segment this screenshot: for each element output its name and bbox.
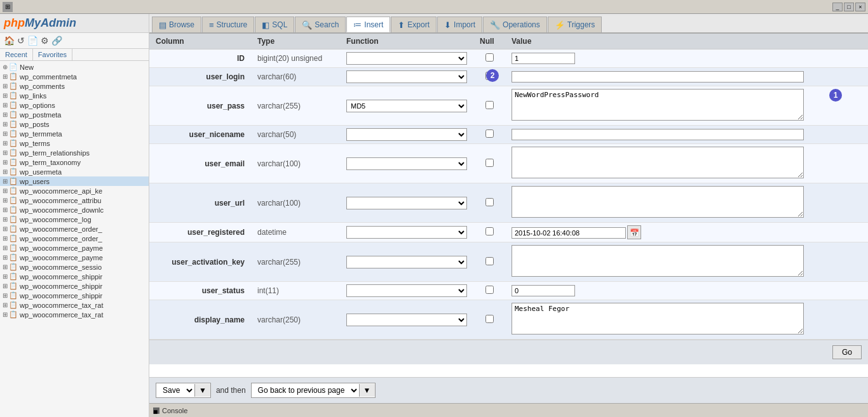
calendar-icon[interactable]: 📅 bbox=[627, 225, 641, 239]
maximize-button[interactable]: □ bbox=[844, 3, 854, 11]
sidebar-tree-item[interactable]: ⊞📋wp_woocommerce_tax_rat bbox=[0, 310, 149, 319]
sidebar-tree-item[interactable]: ⊞📋wp_term_taxonomy bbox=[0, 157, 149, 167]
cell-null[interactable] bbox=[473, 242, 505, 282]
value-textarea[interactable]: Mesheal Fegor bbox=[512, 303, 804, 334]
tree-toggle[interactable]: ⊞ bbox=[3, 121, 8, 128]
tab-sql[interactable]: ◧SQL bbox=[255, 17, 294, 32]
cell-function[interactable]: AES_DECRYPTAES_ENCRYPTBINBIT_LENGTHCHARC… bbox=[340, 183, 473, 223]
function-select[interactable]: AES_DECRYPTAES_ENCRYPTBINBIT_LENGTHCHARC… bbox=[346, 284, 467, 297]
close-button[interactable]: × bbox=[855, 3, 865, 11]
value-input[interactable] bbox=[512, 285, 575, 296]
sidebar-tree-item[interactable]: ⊞📋wp_woocommerce_attribu bbox=[0, 195, 149, 205]
tree-toggle[interactable]: ⊞ bbox=[3, 301, 8, 308]
tree-toggle[interactable]: ⊞ bbox=[3, 83, 8, 89]
sidebar-tree-item[interactable]: ⊞📋wp_links bbox=[0, 91, 149, 100]
sidebar-tree-item[interactable]: ⊞📋wp_posts bbox=[0, 119, 149, 129]
tree-toggle[interactable]: ⊞ bbox=[3, 206, 8, 213]
sidebar-tree-item[interactable]: ⊞📋wp_termmeta bbox=[0, 129, 149, 138]
tree-toggle[interactable]: ⊞ bbox=[3, 102, 8, 109]
function-select[interactable]: AES_DECRYPTAES_ENCRYPTBINBIT_LENGTHCHARC… bbox=[346, 226, 467, 239]
window-controls[interactable]: _ □ × bbox=[832, 3, 865, 11]
tree-toggle[interactable]: ⊞ bbox=[3, 140, 8, 147]
tree-toggle[interactable]: ⊞ bbox=[3, 273, 8, 280]
cell-value[interactable]: 📅 bbox=[505, 223, 868, 242]
cell-value[interactable] bbox=[505, 144, 868, 183]
sidebar-tree-item[interactable]: ⊞📋wp_comments bbox=[0, 81, 149, 91]
cell-null[interactable] bbox=[473, 183, 505, 223]
cell-value[interactable] bbox=[505, 242, 868, 282]
save-select-wrapper[interactable]: Save ▼ bbox=[156, 383, 211, 398]
sidebar-tree-item[interactable]: ⊞📋wp_postmeta bbox=[0, 110, 149, 119]
tab-export[interactable]: ⬆Export bbox=[391, 17, 437, 32]
null-checkbox[interactable] bbox=[485, 53, 494, 62]
null-checkbox[interactable] bbox=[485, 198, 494, 206]
null-checkbox[interactable] bbox=[485, 129, 494, 138]
home-icon[interactable]: 🏠 bbox=[4, 36, 15, 46]
value-input[interactable] bbox=[512, 53, 575, 64]
sidebar-tree-item[interactable]: ⊞📋wp_woocommerce_shippir bbox=[0, 281, 149, 291]
save-select[interactable]: Save bbox=[156, 383, 194, 397]
settings-icon[interactable]: ⚙ bbox=[41, 36, 49, 46]
sidebar-tree-item[interactable]: ⊞📋wp_woocommerce_api_ke bbox=[0, 186, 149, 195]
tree-toggle[interactable]: ⊞ bbox=[3, 292, 8, 299]
value-textarea[interactable] bbox=[512, 186, 804, 218]
cell-function[interactable]: AES_DECRYPTAES_ENCRYPTBINBIT_LENGTHCHARC… bbox=[340, 50, 473, 68]
function-select[interactable]: AES_DECRYPTAES_ENCRYPTBINBIT_LENGTHCHARC… bbox=[346, 256, 467, 268]
sidebar-tree-item[interactable]: ⊕📄New bbox=[0, 62, 149, 72]
save-dropdown-btn[interactable]: ▼ bbox=[194, 384, 210, 397]
go-back-select[interactable]: Go back to previous page bbox=[252, 383, 359, 397]
cell-null[interactable] bbox=[473, 144, 505, 183]
sidebar-tree-item[interactable]: ⊞📋wp_term_relationships bbox=[0, 148, 149, 157]
tree-toggle[interactable]: ⊞ bbox=[3, 73, 8, 80]
value-input[interactable] bbox=[512, 71, 804, 83]
null-checkbox[interactable] bbox=[485, 101, 494, 109]
sidebar-tree-item[interactable]: ⊞📋wp_woocommerce_shippir bbox=[0, 272, 149, 281]
tab-search[interactable]: 🔍Search bbox=[295, 17, 346, 32]
cell-function[interactable]: AES_DECRYPTAES_ENCRYPTBINBIT_LENGTHCHARC… bbox=[340, 282, 473, 300]
tab-import[interactable]: ⬇Import bbox=[437, 17, 482, 32]
sidebar-tree-item[interactable]: ⊞📋wp_woocommerce_tax_rat bbox=[0, 300, 149, 310]
tree-toggle[interactable]: ⊞ bbox=[3, 197, 8, 204]
recent-tab[interactable]: Recent bbox=[0, 49, 33, 60]
console-bar[interactable]: ■ Console bbox=[149, 403, 868, 417]
value-input-datetime[interactable] bbox=[512, 227, 626, 239]
tab-triggers[interactable]: ⚡Triggers bbox=[548, 17, 602, 32]
cell-function[interactable]: AES_DECRYPTAES_ENCRYPTBINBIT_LENGTHCHARC… bbox=[340, 68, 473, 86]
reload-icon[interactable]: ↺ bbox=[17, 36, 25, 46]
function-select[interactable]: AES_DECRYPTAES_ENCRYPTBINBIT_LENGTHCHARC… bbox=[346, 314, 467, 326]
cell-value[interactable] bbox=[505, 50, 868, 68]
cell-null[interactable] bbox=[473, 126, 505, 144]
cell-function[interactable]: AES_DECRYPTAES_ENCRYPTBINBIT_LENGTHCHARC… bbox=[340, 126, 473, 144]
tree-toggle[interactable]: ⊞ bbox=[3, 244, 8, 251]
tree-toggle[interactable]: ⊞ bbox=[3, 159, 8, 166]
tab-operations[interactable]: 🔧Operations bbox=[483, 17, 547, 32]
function-select[interactable]: AES_DECRYPTAES_ENCRYPTBINBIT_LENGTHCHARC… bbox=[346, 197, 467, 209]
sidebar-tree-item[interactable]: ⊞📋wp_woocommerce_sessio bbox=[0, 262, 149, 272]
minimize-button[interactable]: _ bbox=[832, 3, 843, 11]
sidebar-tree-item[interactable]: ⊞📋wp_woocommerce_order_ bbox=[0, 234, 149, 243]
tree-toggle[interactable]: ⊞ bbox=[3, 149, 8, 156]
cell-function[interactable]: AES_DECRYPTAES_ENCRYPTBINBIT_LENGTHCHARC… bbox=[340, 86, 473, 126]
tree-toggle[interactable]: ⊞ bbox=[3, 187, 8, 194]
tree-toggle[interactable]: ⊞ bbox=[3, 216, 8, 223]
cell-value[interactable] bbox=[505, 126, 868, 144]
null-checkbox[interactable] bbox=[485, 315, 494, 323]
sidebar-tree-item[interactable]: ⊞📋wp_commentmeta bbox=[0, 72, 149, 81]
null-checkbox[interactable] bbox=[485, 227, 494, 235]
tree-toggle[interactable]: ⊞ bbox=[3, 235, 8, 242]
sidebar-tree-item[interactable]: ⊞📋wp_usermeta bbox=[0, 167, 149, 176]
tab-browse[interactable]: ▤Browse bbox=[152, 17, 201, 32]
cell-value[interactable]: NewWordPressPassword 1 bbox=[505, 86, 868, 126]
tree-toggle[interactable]: ⊞ bbox=[3, 225, 8, 232]
tree-toggle[interactable]: ⊞ bbox=[3, 254, 8, 261]
tab-insert[interactable]: ≔Insert bbox=[346, 17, 390, 32]
tree-toggle[interactable]: ⊞ bbox=[3, 130, 8, 137]
cell-value[interactable] bbox=[505, 282, 868, 300]
cell-function[interactable]: AES_DECRYPTAES_ENCRYPTBINBIT_LENGTHCHARC… bbox=[340, 242, 473, 282]
value-input[interactable] bbox=[512, 129, 804, 140]
function-select[interactable]: AES_DECRYPTAES_ENCRYPTBINBIT_LENGTHCHARC… bbox=[346, 70, 467, 83]
function-select[interactable]: AES_DECRYPTAES_ENCRYPTBINBIT_LENGTHCHARC… bbox=[346, 100, 467, 112]
sidebar-tree-item[interactable]: ⊞📋wp_woocommerce_payme bbox=[0, 253, 149, 262]
favorites-tab[interactable]: Favorites bbox=[33, 49, 72, 60]
sidebar-tree-item[interactable]: ⊞📋wp_terms bbox=[0, 138, 149, 148]
